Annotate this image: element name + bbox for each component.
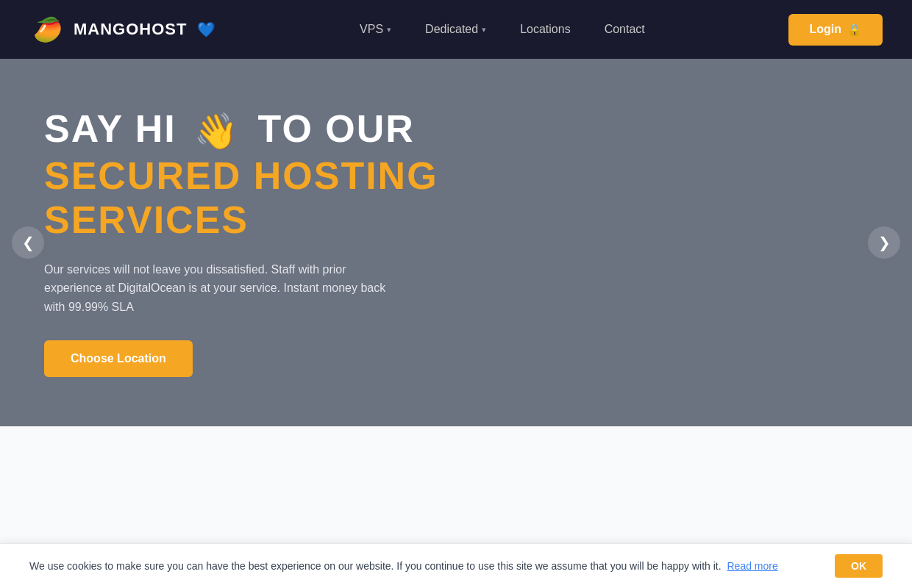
chevron-left-icon: ❮ bbox=[22, 234, 35, 251]
nav-links: VPS ▾ Dedicated ▾ Locations Contact bbox=[346, 15, 658, 43]
ukraine-flag-icon: 💙 bbox=[197, 21, 215, 38]
cookie-read-more-link[interactable]: Read more bbox=[727, 560, 777, 572]
logo-icon: 🥭 bbox=[29, 11, 66, 48]
chevron-down-icon: ▾ bbox=[387, 25, 391, 35]
nav-item-contact: Contact bbox=[591, 15, 658, 43]
nav-link-dedicated[interactable]: Dedicated ▾ bbox=[412, 15, 499, 43]
chevron-right-icon: ❯ bbox=[878, 234, 891, 251]
nav-item-locations: Locations bbox=[507, 15, 584, 43]
logo-link[interactable]: 🥭 MANGOHOST 💙 bbox=[29, 11, 215, 48]
hero-description: Our services will not leave you dissatis… bbox=[44, 260, 397, 317]
nav-item-vps: VPS ▾ bbox=[346, 15, 405, 43]
chevron-down-icon: ▾ bbox=[482, 25, 486, 35]
nav-link-contact[interactable]: Contact bbox=[591, 15, 658, 43]
carousel-prev-button[interactable]: ❮ bbox=[12, 226, 44, 259]
choose-location-button[interactable]: Choose Location bbox=[44, 340, 193, 377]
nav-link-locations[interactable]: Locations bbox=[507, 15, 584, 43]
navbar: 🥭 MANGOHOST 💙 VPS ▾ Dedicated ▾ Location… bbox=[0, 0, 912, 59]
nav-item-dedicated: Dedicated ▾ bbox=[412, 15, 499, 43]
wave-emoji-icon: 👋 bbox=[194, 112, 240, 151]
logo-text: MANGOHOST bbox=[74, 20, 187, 39]
login-button[interactable]: Login 🔒 bbox=[788, 14, 883, 46]
hero-title-line1: SAY HI 👋 TO OUR bbox=[44, 108, 438, 151]
cookie-ok-button[interactable]: OK bbox=[835, 554, 883, 578]
cookie-banner: We use cookies to make sure you can have… bbox=[0, 543, 912, 588]
nav-link-vps[interactable]: VPS ▾ bbox=[346, 15, 405, 43]
carousel-next-button[interactable]: ❯ bbox=[868, 226, 900, 259]
cookie-actions: OK bbox=[835, 554, 883, 578]
hero-section: ❮ SAY HI 👋 TO OUR SECURED HOSTING SERVIC… bbox=[0, 59, 912, 426]
cookie-message: We use cookies to make sure you can have… bbox=[29, 559, 820, 574]
hero-content: SAY HI 👋 TO OUR SECURED HOSTING SERVICES… bbox=[44, 108, 438, 376]
hero-title-highlight: SECURED HOSTING SERVICES bbox=[44, 154, 438, 243]
lock-icon: 🔒 bbox=[847, 23, 862, 37]
